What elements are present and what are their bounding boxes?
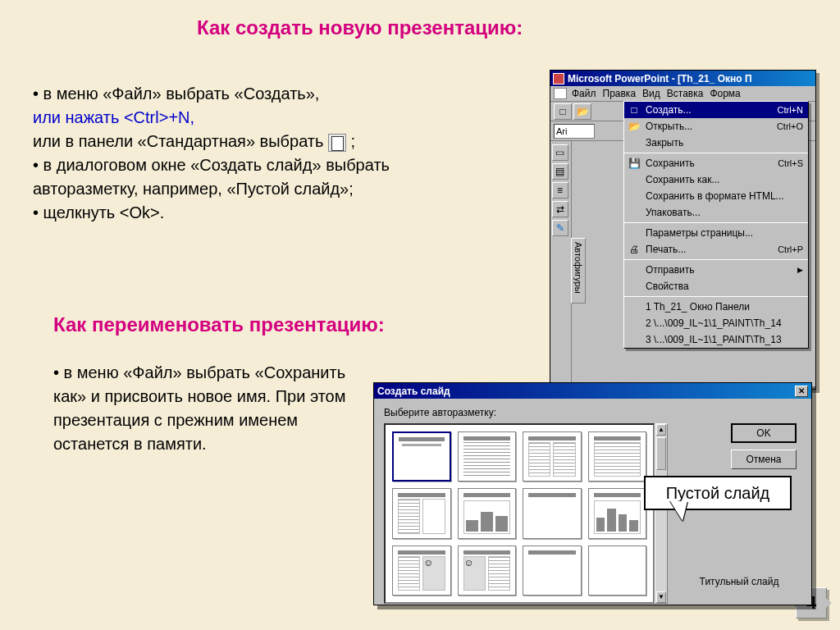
- menu-item-icon: □: [628, 103, 641, 116]
- menu-separator: [624, 296, 808, 297]
- bullet-3: • щелкнуть <Ok>.: [33, 201, 492, 225]
- scroll-thumb[interactable]: [656, 437, 666, 470]
- pp-side-toolbar: ▭ ▤ ≡ ⇄ ✎: [550, 141, 572, 404]
- menu-item-icon: [628, 280, 641, 293]
- layout-table[interactable]: [588, 431, 647, 482]
- menu-item-label: Сохранить в формате HTML...: [646, 190, 803, 202]
- layout-text-clip[interactable]: ☺: [392, 546, 451, 596]
- tool-3[interactable]: ≡: [552, 182, 568, 199]
- tool-4[interactable]: ⇄: [552, 201, 568, 217]
- bullet-1a: • в меню «Файл» выбрать «Создать»,: [33, 82, 492, 106]
- autoshapes-button[interactable]: Автофигуры: [571, 238, 586, 304]
- menu-item-icon: [628, 317, 641, 330]
- file-menu-item[interactable]: Упаковать...: [624, 204, 808, 221]
- file-menu-item[interactable]: Закрыть: [624, 135, 808, 151]
- menu-item-icon: [628, 300, 641, 313]
- menu-item-shortcut: Ctrl+O: [777, 121, 803, 131]
- menu-edit[interactable]: Правка: [603, 88, 637, 99]
- file-menu-item[interactable]: 💾СохранитьCtrl+S: [624, 155, 808, 171]
- layout-clip-text[interactable]: ☺: [458, 546, 517, 596]
- pp-menubar: Файл Правка Вид Вставка Форма: [550, 86, 815, 102]
- submenu-arrow-icon: ▶: [797, 266, 803, 274]
- menu-item-label: 3 \...\009_IL~1\1_PAINT\Th_13: [646, 334, 803, 345]
- bullet-1b: или нажать <Ctrl>+N,: [33, 106, 492, 130]
- menu-item-shortcut: Ctrl+N: [778, 105, 803, 115]
- menu-file[interactable]: Файл: [572, 88, 596, 99]
- scroll-down-button[interactable]: ▼: [656, 591, 666, 603]
- menu-view[interactable]: Вид: [642, 88, 660, 99]
- menu-item-icon: [628, 189, 641, 203]
- pp-title: Microsoft PowerPoint - [Th_21_ Окно П: [568, 73, 752, 84]
- menu-item-label: Сохранить: [646, 158, 778, 169]
- heading-create: Как создать новую презентацию:: [197, 16, 523, 39]
- layout-text-chart[interactable]: [392, 488, 451, 538]
- callout-blank-slide: Пустой слайд: [644, 476, 792, 510]
- menu-item-icon: 🖨: [628, 243, 641, 256]
- menu-item-label: 1 Th_21_ Окно Панели: [646, 301, 803, 313]
- layout-org-chart[interactable]: [523, 488, 582, 538]
- menu-separator: [624, 259, 808, 260]
- tool-5[interactable]: ✎: [552, 220, 568, 236]
- bullet-1c-pre: или в панели «Стандартная» выбрать: [33, 132, 328, 150]
- new-button[interactable]: □: [554, 103, 572, 120]
- menu-item-icon: [628, 226, 641, 240]
- layout-title[interactable]: [392, 431, 451, 482]
- layout-chart[interactable]: [588, 488, 647, 538]
- file-menu-item[interactable]: 🖨Печать...Ctrl+P: [624, 241, 808, 258]
- menu-separator: [624, 153, 808, 153]
- layout-two-col[interactable]: [523, 431, 582, 482]
- file-menu-item[interactable]: □Создать...Ctrl+N: [624, 102, 808, 118]
- menu-separator: [624, 222, 808, 223]
- cancel-button[interactable]: Отмена: [731, 450, 797, 469]
- heading-rename: Как переименовать презентацию:: [53, 313, 385, 336]
- menu-insert[interactable]: Вставка: [667, 88, 704, 99]
- menu-item-shortcut: Ctrl+S: [778, 158, 803, 168]
- layout-bulleted[interactable]: [458, 431, 517, 482]
- layout-grid: ☺ ☺: [384, 423, 655, 604]
- file-menu-item[interactable]: Отправить▶: [624, 262, 808, 278]
- menu-item-icon: [628, 136, 641, 149]
- font-combo[interactable]: Ari: [554, 124, 595, 139]
- dlg-titlebar: Создать слайд ✕: [374, 383, 811, 399]
- file-menu-item[interactable]: Сохранить как...: [624, 171, 808, 188]
- menu-item-label: Отправить: [646, 264, 794, 276]
- new-document-icon: [328, 134, 346, 152]
- scroll-up-button[interactable]: ▲: [656, 424, 666, 436]
- powerpoint-icon: [553, 73, 564, 84]
- menu-item-label: Создать...: [646, 104, 778, 116]
- selected-layout-label: Титульный слайд: [682, 576, 797, 587]
- menu-item-icon: [628, 333, 641, 346]
- layout-blank[interactable]: [588, 546, 647, 596]
- menu-item-icon: [628, 173, 641, 186]
- menu-item-label: Свойства: [646, 281, 803, 292]
- app-control-icon[interactable]: [554, 88, 567, 99]
- pp-titlebar: Microsoft PowerPoint - [Th_21_ Окно П: [550, 71, 815, 86]
- ok-button[interactable]: OK: [731, 423, 797, 443]
- instructions-rename: • в меню «Файл» выбрать «Сохранить как» …: [53, 361, 357, 456]
- tool-1[interactable]: ▭: [552, 144, 568, 161]
- bullet-2: • в диалоговом окне «Создать слайд» выбр…: [33, 153, 492, 201]
- close-button[interactable]: ✕: [795, 386, 808, 397]
- menu-item-shortcut: Ctrl+P: [778, 244, 803, 254]
- file-menu: □Создать...Ctrl+N📂Открыть...Ctrl+OЗакрыт…: [623, 101, 809, 349]
- layout-scrollbar[interactable]: ▲ ▼: [655, 423, 668, 604]
- dlg-title: Создать слайд: [377, 386, 450, 397]
- file-menu-item[interactable]: Параметры страницы...: [624, 225, 808, 241]
- tool-2[interactable]: ▤: [552, 163, 568, 180]
- file-menu-item[interactable]: 1 Th_21_ Окно Панели: [624, 299, 808, 315]
- file-menu-item[interactable]: Сохранить в формате HTML...: [624, 188, 808, 204]
- bullet-1c-post: ;: [351, 132, 356, 150]
- menu-item-label: Закрыть: [646, 137, 803, 148]
- file-menu-item[interactable]: Свойства: [624, 278, 808, 294]
- menu-format[interactable]: Форма: [710, 88, 740, 99]
- menu-item-icon: [628, 206, 641, 219]
- menu-item-label: Сохранить как...: [646, 174, 803, 185]
- layout-chart-text[interactable]: [458, 488, 517, 538]
- file-menu-item[interactable]: 3 \...\009_IL~1\1_PAINT\Th_13: [624, 331, 808, 348]
- file-menu-item[interactable]: 2 \...\009_IL~1\1_PAINT\Th_14: [624, 315, 808, 331]
- instructions-create: • в меню «Файл» выбрать «Создать», или н…: [33, 82, 492, 225]
- file-menu-item[interactable]: 📂Открыть...Ctrl+O: [624, 118, 808, 135]
- open-button[interactable]: 📂: [573, 103, 591, 120]
- menu-item-label: Параметры страницы...: [646, 227, 803, 239]
- layout-title-only[interactable]: [523, 546, 582, 596]
